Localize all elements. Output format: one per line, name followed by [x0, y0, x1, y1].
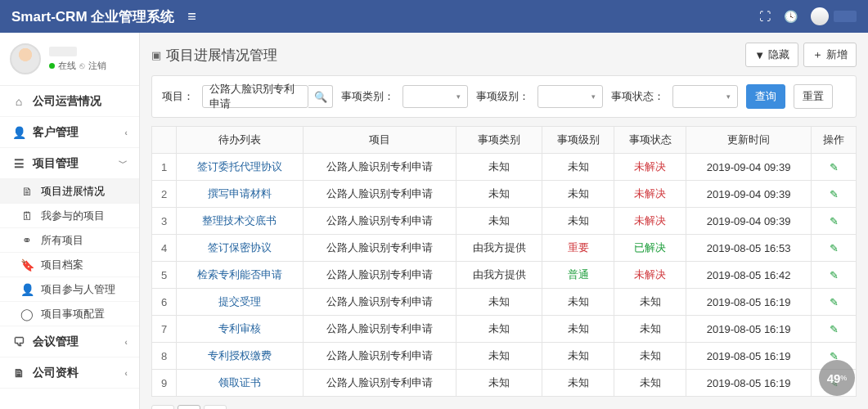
sidebar-item-project-progress[interactable]: 🗎项目进展情况 [0, 179, 139, 204]
cell-ops: ✎ [812, 208, 857, 235]
cell-index: 3 [152, 208, 177, 235]
cell-todo: 检索专利能否申请 [177, 262, 304, 289]
avatar[interactable] [811, 7, 829, 25]
cell-category: 未知 [456, 181, 542, 208]
cell-todo: 整理技术交底书 [177, 208, 304, 235]
table-row: 4签订保密协议公路人脸识别专利申请由我方提供重要已解决2019-08-05 16… [152, 235, 857, 262]
cell-updated: 2019-08-05 16:42 [686, 262, 812, 289]
edit-icon[interactable]: ✎ [830, 161, 839, 173]
menu-toggle-icon[interactable]: ≡ [187, 8, 196, 25]
pager-page-1[interactable]: 1 [178, 405, 200, 409]
list-icon: ☰ [11, 157, 26, 170]
todo-link[interactable]: 专利审核 [218, 322, 261, 335]
reset-button[interactable]: 重置 [794, 84, 833, 109]
bookmark-icon: 🔖 [20, 258, 34, 272]
cell-status: 未知 [614, 343, 686, 370]
col-level: 事项级别 [542, 127, 614, 154]
search-icon: 🔍 [314, 91, 327, 103]
cell-todo: 撰写申请材料 [177, 181, 304, 208]
cell-project: 公路人脸识别专利申请 [303, 289, 456, 316]
cell-category: 未知 [456, 370, 542, 397]
edit-icon[interactable]: ✎ [830, 296, 839, 308]
sidebar-item-participants[interactable]: 👤项目参与人管理 [0, 277, 139, 302]
chat-icon: 🗨 [11, 335, 26, 348]
todo-link[interactable]: 签订委托代理协议 [197, 160, 282, 173]
table-row: 7专利审核公路人脸识别专利申请未知未知未知2019-08-05 16:19✎ [152, 316, 857, 343]
table-row: 6提交受理公路人脸识别专利申请未知未知未知2019-08-05 16:19✎ [152, 289, 857, 316]
dashboard-icon[interactable]: 🕓 [784, 10, 798, 23]
todo-link[interactable]: 提交受理 [218, 295, 261, 308]
category-select[interactable]: ▾ [403, 85, 468, 108]
cell-ops: ✎ [812, 289, 857, 316]
cell-status: 未解决 [614, 181, 686, 208]
todo-link[interactable]: 领取证书 [218, 376, 261, 389]
col-todo: 待办列表 [177, 127, 304, 154]
sidebar-item-meeting[interactable]: 🗨会议管理‹ [0, 326, 139, 357]
sidebar-item-archives[interactable]: 🔖项目档案 [0, 253, 139, 277]
cell-level: 未知 [542, 370, 614, 397]
chevron-down-icon: ▾ [726, 92, 731, 101]
chevron-left-icon: ‹ [124, 128, 128, 137]
project-search-button[interactable]: 🔍 [308, 85, 333, 108]
cell-index: 9 [152, 370, 177, 397]
col-status: 事项状态 [614, 127, 686, 154]
fullscreen-icon[interactable]: ⛶ [759, 10, 771, 23]
logout-label[interactable]: 注销 [88, 60, 106, 72]
sidebar-item-item-config[interactable]: ◯项目事项配置 [0, 302, 139, 326]
avatar [10, 43, 41, 74]
edit-icon[interactable]: ✎ [830, 323, 839, 335]
sidebar-item-customer[interactable]: 👤客户管理‹ [0, 117, 139, 148]
todo-link[interactable]: 撰写申请材料 [208, 187, 272, 200]
cell-updated: 2019-08-05 16:53 [686, 235, 812, 262]
status-select[interactable]: ▾ [672, 85, 738, 108]
content-area: ▣ 项目进展情况管理 ▼隐藏 ＋新增 项目： 公路人脸识别专利申请 🔍 事项类别… [140, 33, 868, 409]
edit-icon[interactable]: ✎ [830, 215, 839, 227]
todo-link[interactable]: 检索专利能否申请 [197, 268, 282, 281]
todo-link[interactable]: 专利授权缴费 [208, 349, 272, 362]
todo-link[interactable]: 签订保密协议 [208, 241, 272, 254]
pager: ‹ 1 › 当前 1 / 1 页，每页 20 条，共 9 条 [151, 405, 857, 409]
username-label [834, 11, 857, 22]
hide-button[interactable]: ▼隐藏 [745, 43, 798, 67]
cell-status: 未解决 [614, 208, 686, 235]
col-updated: 更新时间 [686, 127, 812, 154]
cell-index: 2 [152, 181, 177, 208]
edit-icon[interactable]: ✎ [830, 188, 839, 200]
sidebar-item-label: 项目进展情况 [41, 184, 105, 199]
sidebar-item-company-info[interactable]: 🗎公司资料‹ [0, 357, 139, 389]
chevron-down-icon: ▾ [591, 92, 596, 101]
new-button[interactable]: ＋新增 [803, 43, 857, 67]
sidebar-item-label: 项目管理 [33, 156, 79, 171]
cell-project: 公路人脸识别专利申请 [303, 154, 456, 181]
sidebar-item-my-projects[interactable]: 🗓我参与的项目 [0, 204, 139, 228]
level-filter-label: 事项级别： [476, 89, 529, 104]
level-select[interactable]: ▾ [537, 85, 603, 108]
sidebar-item-all-projects[interactable]: ⚭所有项目 [0, 228, 139, 253]
edit-icon[interactable]: ✎ [830, 269, 839, 281]
search-button[interactable]: 查询 [746, 84, 785, 109]
topbar: Smart-CRM 企业管理系统 ≡ ⛶ 🕓 [0, 0, 868, 33]
cell-category: 未知 [456, 208, 542, 235]
project-input[interactable]: 公路人脸识别专利申请 [202, 85, 308, 108]
pager-prev[interactable]: ‹ [151, 405, 174, 409]
project-filter-label: 项目： [162, 89, 194, 104]
cell-level: 未知 [542, 289, 614, 316]
todo-link[interactable]: 整理技术交底书 [202, 214, 277, 227]
profile-block: 在线 ⎋ 注销 [0, 33, 139, 86]
sidebar-item-label: 项目档案 [41, 258, 83, 272]
logout-icon[interactable]: ⎋ [79, 61, 85, 70]
filter-bar: 项目： 公路人脸识别专利申请 🔍 事项类别： ▾ 事项级别： ▾ 事项状态： ▾… [151, 75, 857, 118]
sidebar-item-company-ops[interactable]: ⌂公司运营情况 [0, 86, 139, 117]
progress-badge: 49% [819, 360, 855, 396]
cell-status: 未解决 [614, 262, 686, 289]
cell-level: 未知 [542, 181, 614, 208]
cell-todo: 专利授权缴费 [177, 343, 304, 370]
home-icon: ⌂ [11, 95, 26, 108]
pager-next[interactable]: › [204, 405, 227, 409]
sidebar-item-project[interactable]: ☰项目管理﹀ [0, 148, 139, 179]
edit-icon[interactable]: ✎ [830, 242, 839, 254]
table-row: 2撰写申请材料公路人脸识别专利申请未知未知未解决2019-09-04 09:39… [152, 181, 857, 208]
cell-ops: ✎ [812, 181, 857, 208]
cell-ops: ✎ [812, 262, 857, 289]
cell-status: 未知 [614, 316, 686, 343]
